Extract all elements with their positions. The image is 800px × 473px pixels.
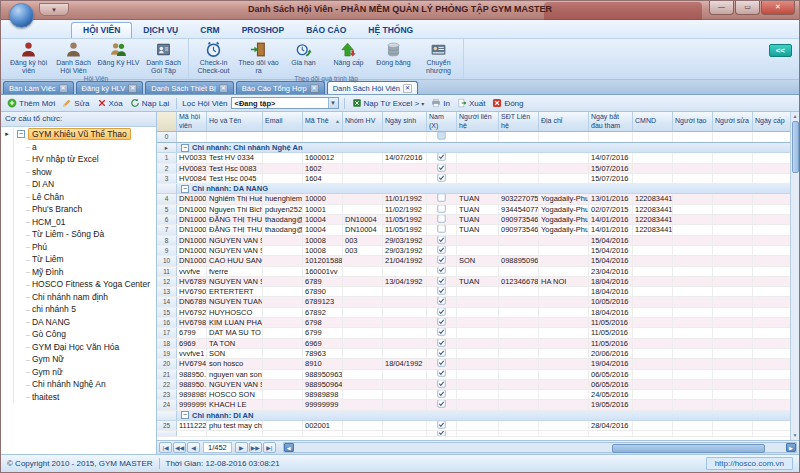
table-row[interactable]: 13HV6790ERTERTERT6789018/04/2016 [157, 287, 790, 297]
table-row[interactable]: 2511112222phu test may cham...00200128/0… [157, 421, 790, 431]
close-tab-icon[interactable]: ✕ [219, 84, 228, 93]
tree-node-hosco-fitness-yoga-center[interactable]: –HOSCO Fitness & Yoga Center [1, 278, 156, 291]
column-header-ma-hoi-vien[interactable]: Mã hội viên [177, 112, 207, 131]
tree-node-thaitest[interactable]: –thaitest [1, 391, 156, 404]
ribbon-tab-he-thong[interactable]: HỆ THỐNG [357, 23, 424, 38]
nav-button[interactable]: ▶| [263, 442, 276, 453]
application-menu-button[interactable] [9, 3, 34, 28]
ribbon-button-danh-sach-hoi-vien[interactable]: Danh Sách Hội Viên [51, 40, 96, 75]
ribbon-button-ong-bang[interactable]: Đóng băng [371, 40, 416, 68]
table-row[interactable]: 186969TA TON696911/05/2016 [157, 339, 790, 349]
ribbon-button-gia-han[interactable]: Gia hạn [281, 40, 326, 68]
column-header-nhom-hv[interactable]: Nhóm HV [343, 112, 383, 131]
website-link[interactable]: http://hosco.com.vn [706, 457, 793, 470]
tree-node-gym-nu[interactable]: –Gym nữ [1, 366, 156, 379]
toolbar-button-sua[interactable]: Sửa [60, 97, 91, 109]
grid-filter-row[interactable]: 0 [157, 132, 790, 143]
table-row[interactable]: 14DN6789...NGUYEN TUAN TU678912310/05/20… [157, 297, 790, 307]
tree-node-chi-nhanh-nam-inh[interactable]: –Chi nhánh nam định [1, 291, 156, 304]
column-header-ngay-bat-au-tham-gia[interactable]: Ngày bắt đầu tham gia [589, 112, 633, 131]
table-row[interactable]: 19vvvfve1SON7896320/06/2016 [157, 349, 790, 359]
scroll-up-icon[interactable]: ▲ [793, 112, 798, 121]
table-row[interactable]: 22988950...NGUYEN VAN SON98895096406/05/… [157, 380, 790, 390]
table-row[interactable]: 10DN10009CAO HUU SANG101201588...21/04/1… [157, 256, 790, 266]
tree-node-go-cong[interactable]: –Gò Công [1, 328, 156, 341]
quick-access-toolbar[interactable]: ▾ [39, 3, 69, 16]
minimize-button[interactable]: — [709, 1, 734, 15]
collapse-panel-button[interactable]: << [769, 44, 792, 57]
ribbon-button-danh-sach-goi-tap[interactable]: Danh Sách Gói Tập [141, 40, 186, 75]
scroll-left-icon[interactable]: ◀ [284, 443, 294, 452]
column-header-ma-the[interactable]: Mã Thẻ▲ [303, 112, 343, 131]
column-header-nguoi-tao[interactable]: Người tạo [673, 112, 713, 131]
tree-node-gym-nu[interactable]: –Gym Nữ [1, 353, 156, 366]
ribbon-tab-proshop[interactable]: PROSHOP [231, 23, 296, 38]
tree-collapse-icon[interactable]: − [17, 130, 25, 138]
toolbar-button-nap-lai[interactable]: Nạp Lại [128, 97, 172, 109]
tree-node-hcm-01[interactable]: –HCM_01 [1, 216, 156, 229]
table-row[interactable] [157, 431, 790, 437]
nav-button[interactable]: ◀ [187, 442, 200, 453]
vertical-scrollbar[interactable]: ▲ ▼ [790, 112, 799, 440]
group-collapse-icon[interactable]: − [181, 185, 189, 193]
toolbar-button-nap-tu-excel[interactable]: Nạp Từ Excel >▾ [350, 97, 427, 109]
close-tab-icon[interactable]: ✕ [128, 84, 137, 93]
tree-node-le-chan[interactable]: –Lê Chân [1, 191, 156, 204]
ribbon-button-ang-ky-hlv[interactable]: Đăng Ký HLV [96, 40, 141, 68]
tree-node-phu-s-branch[interactable]: –Phu's Branch [1, 203, 156, 216]
close-button[interactable]: ✕ [761, 1, 795, 15]
close-tab-icon[interactable]: ✕ [310, 84, 319, 93]
column-header-email[interactable]: Email [263, 112, 303, 131]
ribbon-tab-bao-cao[interactable]: BÁO CÁO [295, 23, 357, 38]
column-header-nguoi-lien-he[interactable]: Người liên hệ [457, 112, 499, 131]
ribbon-button-nang-cap[interactable]: Nâng cấp [326, 40, 371, 68]
chevron-down-icon[interactable]: ▼ [328, 98, 338, 108]
table-row[interactable]: 2499999999KHACH LE9999999919/05/2016 [157, 400, 790, 410]
table-row[interactable]: 5DN10001Nguyen Thi Bich Du...pduyen252..… [157, 205, 790, 215]
ribbon-tab-dich-vu[interactable]: DỊCH VỤ [132, 23, 189, 38]
ribbon-tab-crm[interactable]: CRM [189, 23, 230, 38]
toolbar-button-them-moi[interactable]: Thêm Mới [5, 97, 57, 109]
table-row[interactable]: 11vvvfvefverre160001vv23/04/2016 [157, 267, 790, 277]
toolbar-button-xuat[interactable]: Xuất [455, 97, 487, 109]
ribbon-button-ang-ky-hoi-vien[interactable]: Đăng ký hội viên [6, 40, 51, 75]
column-header-s-t-lien-he[interactable]: SĐT Liên hệ [499, 112, 539, 131]
table-row[interactable]: 20HV6794son hosco891018/04/199219/04/201… [157, 359, 790, 369]
column-header-cmnd[interactable]: CMND [633, 112, 673, 131]
table-row[interactable]: 9DN10008NGUYEN VAN SON1000800329/03/1992… [157, 246, 790, 256]
vertical-scrollbar-thumb[interactable] [792, 121, 799, 173]
close-tab-icon[interactable]: ✕ [59, 84, 68, 93]
column-header-ho-va-ten[interactable]: Họ và Tên [207, 112, 263, 131]
scroll-right-icon[interactable]: ▶ [786, 443, 796, 452]
column-header-nguoi-sua[interactable]: Người sửa [713, 112, 753, 131]
nav-button[interactable]: ▶ [235, 442, 248, 453]
table-row[interactable]: 1HV003345Test HV 0334160001214/07/201614… [157, 153, 790, 163]
ribbon-button-chuyen-nhuong[interactable]: Chuyển nhượng [416, 40, 461, 75]
table-row[interactable]: 4DN10000Nghiêm Thị Huệhuenghiemt...10000… [157, 194, 790, 204]
nav-button[interactable]: ◀◀ [173, 442, 186, 453]
close-tab-icon[interactable]: ✕ [403, 84, 412, 93]
maximize-button[interactable]: ▭ [735, 1, 760, 15]
tree-node-gym-ai-hoc-van-hoa[interactable]: –GYM Đại Học Văn Hóa [1, 341, 156, 354]
tree-node-a[interactable]: –a [1, 141, 156, 154]
group-collapse-icon[interactable]: − [181, 144, 189, 152]
ribbon-tab-hoi-vien[interactable]: HỘI VIÊN [71, 22, 132, 38]
tree-node-show[interactable]: –show [1, 166, 156, 179]
tree-node-di-an[interactable]: –DI AN [1, 178, 156, 191]
table-row[interactable]: 12HV6789NGUYEN VAN SON678913/04/1992TUAN… [157, 277, 790, 287]
scroll-down-icon[interactable]: ▼ [793, 431, 798, 440]
nav-button[interactable]: ▶▶ [249, 442, 262, 453]
table-row[interactable]: 3HV0084Test Hsc 0045160415/07/2016 [157, 174, 790, 184]
table-row[interactable]: 6DN10004ĐẶNG THỊ THU TH...thaodang@...10… [157, 215, 790, 225]
tree-node-hv-nhap-tu-excel[interactable]: –HV nhập từ Excel [1, 153, 156, 166]
toolbar-button-in[interactable]: In [429, 97, 452, 109]
table-row[interactable]: 15HV6792HUYHOSCO6789218/04/2016 [157, 308, 790, 318]
horizontal-scrollbar[interactable]: ◀▶ [283, 442, 797, 453]
tree-node-tu-liem[interactable]: –Từ Liêm [1, 253, 156, 266]
tree-node-phu[interactable]: –Phú [1, 241, 156, 254]
table-row[interactable]: 21988950...nguyen van son98895096306/05/… [157, 370, 790, 380]
column-header-nam-x[interactable]: Nam (X) [427, 112, 457, 131]
toolbar-button-ong[interactable]: Đóng [490, 97, 525, 109]
ribbon-button-check-in-check-out[interactable]: Check-in Check-out [191, 40, 236, 75]
ribbon-button-theo-doi-vao-ra[interactable]: Theo dõi vào ra [236, 40, 281, 75]
